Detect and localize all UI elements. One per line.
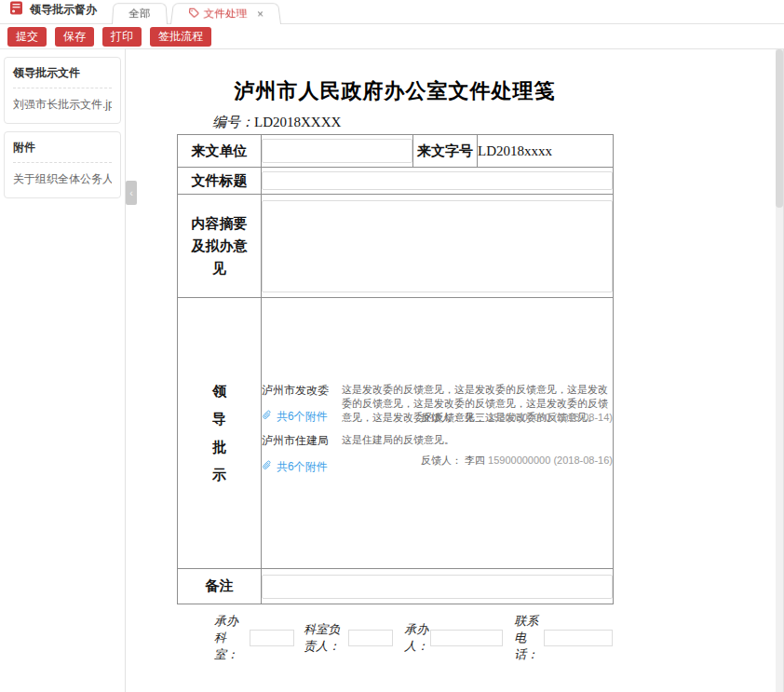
tab-all-label: 全部 bbox=[128, 7, 151, 21]
tag-icon bbox=[187, 7, 199, 20]
feedback-org: 泸州市发改委 bbox=[262, 383, 332, 398]
handler-label: 承办人： bbox=[404, 621, 428, 655]
approval-files-title: 领导批示文件 bbox=[13, 65, 112, 88]
row-title: 文件标题 bbox=[178, 168, 614, 195]
tab-doc-processing[interactable]: 文件处理 × bbox=[170, 3, 281, 24]
attachment-item[interactable]: 关于组织全体公务人员学… bbox=[13, 163, 112, 187]
approval-flow-button[interactable]: 签批流程 bbox=[150, 27, 211, 47]
feedback-org: 泸州市住建局 bbox=[262, 433, 332, 448]
toolbar: 提交 保存 打印 签批流程 bbox=[0, 26, 211, 47]
feedback-entry-right: 这是发改委的反馈意见，这是发改委的反馈意见，这是发改委的反馈意见，这是发改委的反… bbox=[342, 383, 613, 425]
vertical-scrollbar[interactable] bbox=[776, 49, 783, 692]
feedback-date: (2018-08-16) bbox=[553, 455, 613, 466]
attachments-link[interactable]: 共6个附件 bbox=[262, 409, 332, 425]
close-tab-icon[interactable]: × bbox=[257, 8, 264, 19]
document-form: 泸州市人民政府办公室文件处理笺 编号：LD2018XXXX 来文单位 来文字号 … bbox=[177, 77, 613, 663]
feedback-entry-right: 这是住建局的反馈意见。 反馈人： 李四 15900000000 (2018-08… bbox=[342, 433, 613, 475]
attachments-title: 附件 bbox=[13, 140, 112, 163]
top-tab-bar: 领导批示督办 全部 文件处理 × bbox=[0, 0, 784, 24]
feedback-person: 反馈人： 李四 15900000000 (2018-08-16) bbox=[342, 454, 613, 468]
tab-all[interactable]: 全部 bbox=[112, 3, 168, 24]
phone-input[interactable] bbox=[544, 630, 613, 646]
app-logo: 领导批示督办 bbox=[0, 1, 112, 23]
row-summary: 内容摘要及拟办意见 bbox=[178, 195, 614, 298]
doc-number-value: LD2018XXXX bbox=[254, 115, 341, 129]
attachments-card: 附件 关于组织全体公务人员学… bbox=[4, 131, 121, 198]
handler-field: 承办人： bbox=[404, 621, 503, 655]
doc-number-line: 编号：LD2018XXXX bbox=[212, 114, 613, 131]
dept-input[interactable] bbox=[250, 630, 294, 646]
phone-label: 联系电话： bbox=[514, 613, 542, 663]
feedback-person-phone: 15800000000 bbox=[488, 412, 550, 423]
app-title: 领导批示督办 bbox=[30, 2, 97, 18]
submit-button[interactable]: 提交 bbox=[7, 27, 47, 47]
sidebar: 领导批示文件 刘强市长批示文件.jpg 附件 关于组织全体公务人员学… bbox=[0, 48, 125, 692]
feedback-person-label: 反馈人： bbox=[421, 455, 462, 466]
footer-fields: 承办科室： 科室负责人： 承办人： 联系电话： bbox=[214, 613, 613, 663]
attachments-link-label: 共6个附件 bbox=[277, 459, 328, 475]
summary-label: 内容摘要及拟办意见 bbox=[178, 195, 262, 298]
incoming-no-label: 来文字号 bbox=[413, 135, 478, 168]
dept-head-field: 科室负责人： bbox=[304, 621, 393, 655]
document-panel: 泸州市人民政府办公室文件处理笺 编号：LD2018XXXX 来文单位 来文字号 … bbox=[125, 48, 784, 692]
feedback-date: (2018-08-14) bbox=[553, 412, 613, 423]
feedback-entry: 泸州市发改委 共6个附件 这是发改委的反馈 bbox=[262, 383, 613, 425]
dept-head-label: 科室负责人： bbox=[304, 621, 346, 655]
row-remark: 备注 bbox=[178, 569, 614, 604]
tab-doc-processing-label: 文件处理 bbox=[203, 7, 248, 21]
row-incoming: 来文单位 来文字号 LD2018xxxx bbox=[178, 135, 614, 168]
feedback-person-phone: 15900000000 bbox=[488, 455, 550, 466]
scrollbar-thumb[interactable] bbox=[776, 49, 783, 208]
doc-title: 泸州市人民政府办公室文件处理笺 bbox=[177, 77, 613, 105]
summary-textarea[interactable] bbox=[262, 200, 613, 292]
feedback-entry: 泸州市住建局 共6个附件 这是住建局的反馈 bbox=[262, 433, 613, 475]
dept-label: 承办科室： bbox=[214, 613, 248, 663]
attachments-link-label: 共6个附件 bbox=[277, 409, 328, 425]
print-button[interactable]: 打印 bbox=[102, 27, 142, 47]
attachments-link[interactable]: 共6个附件 bbox=[262, 459, 332, 475]
save-button[interactable]: 保存 bbox=[55, 27, 94, 47]
doc-number-label: 编号： bbox=[212, 115, 254, 129]
approval-files-card: 领导批示文件 刘强市长批示文件.jpg bbox=[4, 57, 121, 124]
feedback-text: 这是住建局的反馈意见。 bbox=[342, 433, 613, 447]
dept-field: 承办科室： bbox=[214, 613, 294, 663]
paperclip-icon bbox=[262, 460, 273, 474]
leader-feedback-area: 泸州市发改委 共6个附件 这是发改委的反馈 bbox=[262, 298, 614, 569]
incoming-no-value: LD2018xxxx bbox=[478, 135, 614, 168]
incoming-unit-input[interactable] bbox=[262, 139, 412, 163]
chevron-left-icon: ‹ bbox=[129, 187, 133, 198]
sidebar-collapse-handle[interactable]: ‹ bbox=[126, 181, 137, 205]
feedback-person-label: 反馈人： bbox=[421, 412, 462, 423]
row-leader: 领导批示 泸州市发改委 共6个附件 bbox=[178, 298, 614, 569]
app-logo-icon bbox=[9, 1, 23, 19]
feedback-entry-left: 泸州市发改委 共6个附件 bbox=[262, 383, 332, 425]
remark-input[interactable] bbox=[262, 575, 613, 599]
feedback-entry-left: 泸州市住建局 共6个附件 bbox=[262, 433, 332, 475]
feedback-person-name: 张三 bbox=[465, 412, 485, 423]
feedback-person-name: 李四 bbox=[465, 455, 485, 466]
phone-field: 联系电话： bbox=[514, 613, 613, 663]
approval-file-item[interactable]: 刘强市长批示文件.jpg bbox=[13, 88, 112, 113]
leader-label: 领导批示 bbox=[178, 298, 262, 569]
paperclip-icon bbox=[262, 410, 273, 424]
handler-input[interactable] bbox=[430, 630, 503, 646]
doc-table: 来文单位 来文字号 LD2018xxxx 文件标题 内容摘要及拟办意见 领导批示… bbox=[177, 134, 614, 604]
dept-head-input[interactable] bbox=[348, 630, 393, 646]
app-window: { "app": { "title": "领导批示督办" }, "tabs": … bbox=[0, 0, 784, 692]
doc-title-label: 文件标题 bbox=[178, 168, 262, 195]
doc-title-input[interactable] bbox=[262, 171, 613, 190]
remark-label: 备注 bbox=[178, 569, 262, 604]
incoming-unit-label: 来文单位 bbox=[178, 135, 262, 168]
